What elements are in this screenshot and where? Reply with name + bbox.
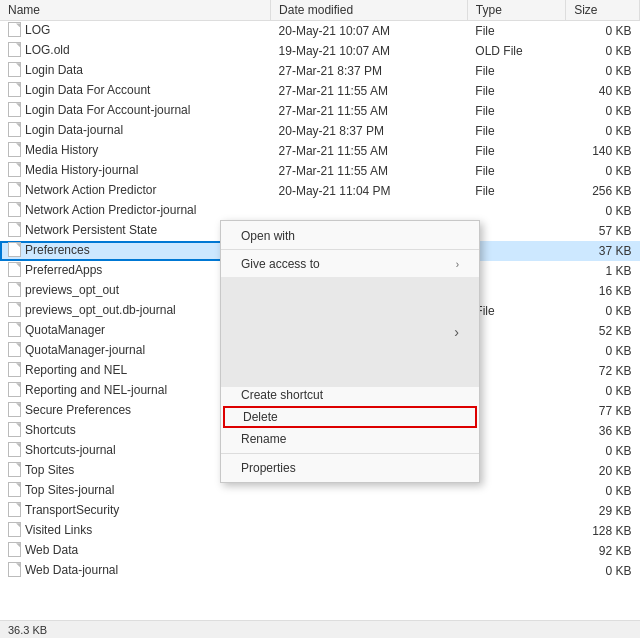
- file-icon: [8, 142, 21, 157]
- context-menu: Open with › Give access to › Restore pre…: [220, 220, 480, 483]
- file-type-cell: [467, 221, 565, 241]
- file-size-cell: 52 KB: [566, 321, 640, 341]
- file-name-text: Shortcuts: [25, 423, 76, 437]
- file-type-cell: File: [467, 81, 565, 101]
- file-date-cell: 27-Mar-21 11:55 AM: [271, 141, 468, 161]
- file-name-cell: Top Sites-journal: [0, 481, 271, 501]
- file-name-text: Login Data For Account: [25, 83, 150, 97]
- file-size-cell: 0 KB: [566, 161, 640, 181]
- file-name-text: QuotaManager: [25, 323, 105, 337]
- file-icon: [8, 382, 21, 397]
- column-header-name[interactable]: Name: [0, 0, 271, 21]
- submenu-arrow-icon: ›: [454, 324, 459, 340]
- table-row[interactable]: LOG20-May-21 10:07 AMFile0 KB: [0, 21, 640, 41]
- file-date-cell: 27-Mar-21 11:55 AM: [271, 81, 468, 101]
- file-date-cell: [271, 501, 468, 521]
- file-name-text: Reporting and NEL-journal: [25, 383, 167, 397]
- context-menu-give-access[interactable]: Give access to ›: [221, 253, 479, 275]
- file-icon: [8, 542, 21, 557]
- file-icon: [8, 522, 21, 537]
- file-name-text: TransportSecurity: [25, 503, 119, 517]
- file-size-cell: 0 KB: [566, 341, 640, 361]
- context-menu-properties[interactable]: Properties: [221, 457, 479, 479]
- file-name-cell: LOG: [0, 21, 271, 41]
- table-header-row: Name Date modified Type Size: [0, 0, 640, 21]
- create-shortcut-label: Create shortcut: [241, 388, 323, 402]
- file-icon: [8, 562, 21, 577]
- file-size-cell: 140 KB: [566, 141, 640, 161]
- file-size-cell: 0 KB: [566, 121, 640, 141]
- file-icon: [8, 482, 21, 497]
- file-size-cell: 57 KB: [566, 221, 640, 241]
- file-name-cell: Login Data: [0, 61, 271, 81]
- file-name-text: Top Sites: [25, 463, 74, 477]
- file-name-text: LOG: [25, 23, 50, 37]
- file-icon: [8, 62, 21, 77]
- file-size-cell: 92 KB: [566, 541, 640, 561]
- separator-1: [221, 249, 479, 250]
- context-menu-rename[interactable]: Rename: [221, 428, 479, 450]
- file-name-text: Login Data: [25, 63, 83, 77]
- file-icon: [8, 102, 21, 117]
- file-date-cell: [271, 541, 468, 561]
- file-icon: [8, 342, 21, 357]
- file-icon: [8, 262, 21, 277]
- column-header-date[interactable]: Date modified: [271, 0, 468, 21]
- rename-label: Rename: [241, 432, 286, 446]
- file-name-text: Network Action Predictor: [25, 183, 156, 197]
- table-row[interactable]: Login Data For Account27-Mar-21 11:55 AM…: [0, 81, 640, 101]
- file-name-cell: Network Action Predictor-journal: [0, 201, 271, 221]
- file-type-cell: [467, 361, 565, 381]
- table-row[interactable]: Web Data92 KB: [0, 541, 640, 561]
- table-row[interactable]: Visited Links128 KB: [0, 521, 640, 541]
- file-icon: [8, 122, 21, 137]
- file-name-cell: Visited Links: [0, 521, 271, 541]
- file-type-cell: [467, 401, 565, 421]
- status-bar: 36.3 KB: [0, 620, 640, 638]
- file-type-cell: [467, 501, 565, 521]
- file-date-cell: 20-May-21 10:07 AM: [271, 21, 468, 41]
- file-size-cell: 0 KB: [566, 201, 640, 221]
- file-name-text: Top Sites-journal: [25, 483, 114, 497]
- table-row[interactable]: Network Action Predictor-journal0 KB: [0, 201, 640, 221]
- file-name-text: previews_opt_out.db-journal: [25, 303, 176, 317]
- file-name-cell: Login Data For Account: [0, 81, 271, 101]
- table-row[interactable]: Media History-journal27-Mar-21 11:55 AMF…: [0, 161, 640, 181]
- column-header-type[interactable]: Type: [467, 0, 565, 21]
- file-type-cell: File: [467, 141, 565, 161]
- file-size-cell: 0 KB: [566, 21, 640, 41]
- file-size-cell: 0 KB: [566, 61, 640, 81]
- column-header-size[interactable]: Size: [566, 0, 640, 21]
- file-type-cell: [467, 541, 565, 561]
- table-row[interactable]: Login Data For Account-journal27-Mar-21 …: [0, 101, 640, 121]
- file-size-cell: 256 KB: [566, 181, 640, 201]
- file-name-text: PreferredApps: [25, 263, 102, 277]
- file-name-text: Preferences: [25, 243, 90, 257]
- file-type-cell: File: [467, 121, 565, 141]
- file-type-cell: File: [467, 101, 565, 121]
- table-row[interactable]: LOG.old19-May-21 10:07 AMOLD File0 KB: [0, 41, 640, 61]
- file-type-cell: [467, 421, 565, 441]
- file-date-cell: 20-May-21 11:04 PM: [271, 181, 468, 201]
- file-type-cell: [467, 441, 565, 461]
- submenu-area: ›: [221, 277, 479, 387]
- table-row[interactable]: Login Data27-Mar-21 8:37 PMFile0 KB: [0, 61, 640, 81]
- file-type-cell: [467, 321, 565, 341]
- table-row[interactable]: TransportSecurity29 KB: [0, 501, 640, 521]
- file-name-text: Visited Links: [25, 523, 92, 537]
- file-size-cell: 0 KB: [566, 101, 640, 121]
- file-name-cell: LOG.old: [0, 41, 271, 61]
- file-name-cell: Web Data: [0, 541, 271, 561]
- table-row[interactable]: Web Data-journal0 KB: [0, 561, 640, 581]
- file-name-text: Reporting and NEL: [25, 363, 127, 377]
- table-row[interactable]: Top Sites-journal0 KB: [0, 481, 640, 501]
- table-row[interactable]: Login Data-journal20-May-21 8:37 PMFile0…: [0, 121, 640, 141]
- context-menu-delete[interactable]: Delete: [223, 406, 477, 428]
- file-size-cell: 37 KB: [566, 241, 640, 261]
- file-icon: [8, 22, 21, 37]
- file-icon: [8, 82, 21, 97]
- file-icon: [8, 282, 21, 297]
- table-row[interactable]: Media History27-Mar-21 11:55 AMFile140 K…: [0, 141, 640, 161]
- context-menu-create-shortcut[interactable]: Create shortcut: [221, 384, 479, 406]
- table-row[interactable]: Network Action Predictor20-May-21 11:04 …: [0, 181, 640, 201]
